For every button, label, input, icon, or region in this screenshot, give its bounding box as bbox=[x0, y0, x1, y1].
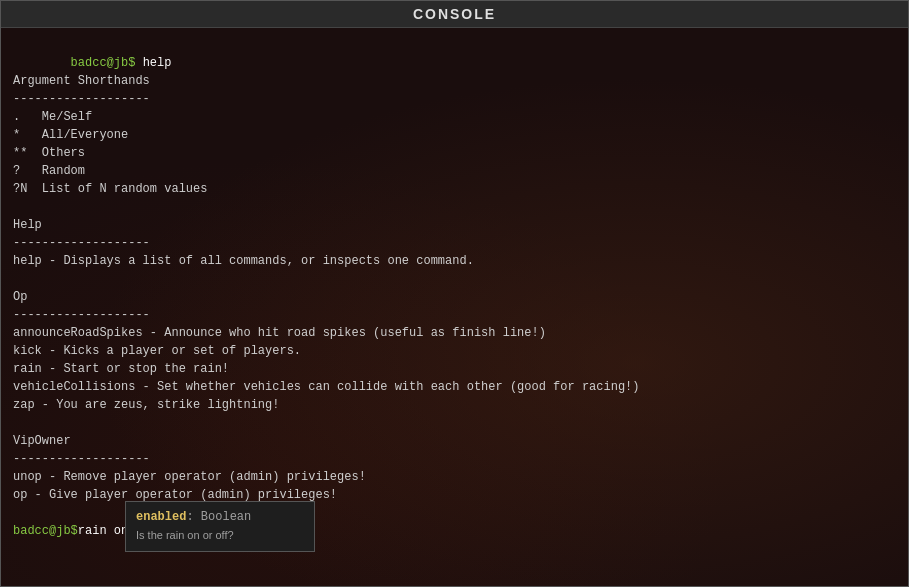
param-name: enabled bbox=[136, 510, 186, 524]
autocomplete-popup: enabled: Boolean Is the rain on or off? bbox=[125, 501, 315, 552]
autocomplete-description: Is the rain on or off? bbox=[136, 528, 304, 543]
window-title: CONSOLE bbox=[413, 6, 496, 22]
console-body[interactable]: badcc@jb$ help Argument Shorthands -----… bbox=[1, 28, 908, 586]
console-window: CONSOLE badcc@jb$ help Argument Shorthan… bbox=[0, 0, 909, 587]
param-type: : Boolean bbox=[186, 510, 251, 524]
prompt-1: badcc@jb$ bbox=[71, 56, 143, 70]
console-output: badcc@jb$ help Argument Shorthands -----… bbox=[13, 36, 896, 522]
cmd-help: help bbox=[143, 56, 172, 70]
title-bar: CONSOLE bbox=[1, 1, 908, 28]
input-value: rain on bbox=[78, 524, 128, 538]
console-content: badcc@jb$ help Argument Shorthands -----… bbox=[13, 36, 896, 538]
input-prompt: badcc@jb$ bbox=[13, 524, 78, 538]
autocomplete-param: enabled: Boolean bbox=[136, 510, 304, 524]
line-arg-shorthands-header: Argument Shorthands ------------------- … bbox=[13, 74, 640, 502]
